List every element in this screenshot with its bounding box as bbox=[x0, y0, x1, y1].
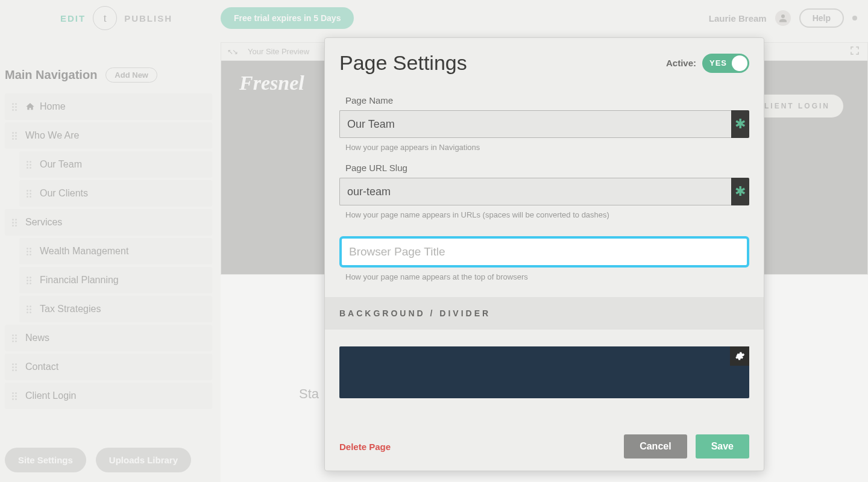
brand-logo: Fresnel bbox=[239, 72, 304, 95]
page-name-input[interactable] bbox=[339, 110, 731, 138]
drag-handle-icon[interactable] bbox=[27, 248, 34, 255]
add-new-button[interactable]: Add New bbox=[105, 67, 157, 83]
modal-title: Page Settings bbox=[339, 51, 467, 75]
logo-icon[interactable]: t bbox=[93, 6, 117, 30]
required-icon: ✱ bbox=[731, 110, 749, 138]
drag-handle-icon[interactable] bbox=[12, 363, 19, 371]
sidebar-item-label: Client Login bbox=[25, 390, 77, 401]
nav-list: HomeWho We AreOur TeamOur ClientsService… bbox=[5, 93, 212, 409]
preview-label: Your Site Preview bbox=[248, 47, 309, 56]
required-icon: ✱ bbox=[731, 178, 749, 205]
menu-icon[interactable] bbox=[852, 16, 857, 20]
sidebar-item-our-clients[interactable]: Our Clients bbox=[19, 180, 212, 207]
sidebar-item-tax-strategies[interactable]: Tax Strategies bbox=[19, 296, 212, 322]
page-name-help: How your page appears in Navigations bbox=[345, 143, 749, 152]
fullscreen-icon[interactable] bbox=[849, 45, 860, 58]
toggle-text: YES bbox=[709, 58, 727, 67]
drag-handle-icon[interactable] bbox=[12, 334, 19, 342]
drag-handle-icon[interactable] bbox=[12, 103, 19, 111]
sidebar-item-our-team[interactable]: Our Team bbox=[19, 151, 212, 178]
sidebar-item-label: Services bbox=[25, 217, 62, 228]
drag-handle-icon[interactable] bbox=[27, 305, 34, 313]
browser-title-input[interactable] bbox=[348, 245, 741, 259]
sidebar-item-label: Contact bbox=[25, 362, 58, 372]
background-settings-button[interactable] bbox=[730, 346, 749, 366]
drag-handle-icon[interactable] bbox=[27, 161, 34, 169]
active-label: Active: bbox=[666, 58, 696, 68]
sidebar-item-label: Wealth Management bbox=[40, 246, 128, 257]
trial-banner[interactable]: Free trial expires in 5 Days bbox=[221, 7, 354, 29]
drag-handle-icon[interactable] bbox=[12, 132, 19, 140]
sidebar-item-services[interactable]: Services bbox=[5, 209, 212, 236]
site-settings-button[interactable]: Site Settings bbox=[5, 448, 86, 472]
sidebar-item-label: Our Clients bbox=[40, 188, 88, 199]
background-section-header: BACKGROUND / DIVIDER bbox=[325, 297, 764, 330]
drag-handle-icon[interactable] bbox=[12, 392, 19, 400]
publish-link[interactable]: PUBLISH bbox=[124, 13, 172, 23]
sidebar-item-who-we-are[interactable]: Who We Are bbox=[5, 122, 212, 149]
sidebar-item-label: Financial Planning bbox=[40, 275, 119, 286]
logo-letter: t bbox=[104, 12, 107, 25]
page-name-label: Page Name bbox=[345, 95, 749, 105]
slug-label: Page URL Slug bbox=[345, 163, 749, 173]
toggle-knob bbox=[732, 55, 747, 71]
sidebar: Main Navigation Add New HomeWho We AreOu… bbox=[5, 67, 212, 412]
uploads-library-button[interactable]: Uploads Library bbox=[96, 448, 191, 472]
sidebar-item-contact[interactable]: Contact bbox=[5, 354, 212, 380]
gear-icon bbox=[734, 351, 745, 362]
help-button[interactable]: Help bbox=[799, 8, 844, 28]
save-button[interactable]: Save bbox=[696, 434, 749, 459]
drag-handle-icon[interactable] bbox=[12, 219, 19, 227]
sidebar-item-label: Tax Strategies bbox=[40, 304, 101, 315]
sidebar-item-label: Our Team bbox=[40, 159, 82, 170]
drag-handle-icon[interactable] bbox=[27, 190, 34, 198]
sidebar-item-wealth-management[interactable]: Wealth Management bbox=[19, 238, 212, 264]
browser-title-field[interactable] bbox=[339, 236, 749, 268]
preview-collapse-icon[interactable]: ↖↘ bbox=[227, 48, 237, 56]
cancel-button[interactable]: Cancel bbox=[624, 434, 687, 459]
slug-help: How your page name appears in URLs (spac… bbox=[345, 210, 749, 219]
slug-input[interactable] bbox=[339, 178, 731, 205]
active-toggle[interactable]: YES bbox=[702, 54, 749, 73]
sidebar-title: Main Navigation bbox=[5, 68, 97, 82]
user-name[interactable]: Laurie Bream bbox=[709, 13, 767, 23]
delete-page-link[interactable]: Delete Page bbox=[339, 442, 391, 452]
sidebar-item-home[interactable]: Home bbox=[5, 93, 212, 120]
avatar-icon[interactable] bbox=[775, 10, 791, 26]
sidebar-item-label: Home bbox=[40, 101, 66, 112]
preview-text-fragment: Sta bbox=[299, 386, 319, 402]
drag-handle-icon[interactable] bbox=[27, 277, 34, 284]
sidebar-item-label: News bbox=[25, 333, 49, 343]
sidebar-item-financial-planning[interactable]: Financial Planning bbox=[19, 267, 212, 293]
browser-title-help: How your page name appears at the top of… bbox=[345, 272, 749, 281]
sidebar-item-label: Who We Are bbox=[25, 130, 80, 141]
edit-link[interactable]: EDIT bbox=[60, 13, 86, 23]
home-icon bbox=[25, 102, 35, 111]
sidebar-item-news[interactable]: News bbox=[5, 325, 212, 351]
sidebar-item-client-login[interactable]: Client Login bbox=[5, 383, 212, 409]
background-preview[interactable] bbox=[339, 346, 749, 398]
top-bar: EDIT t PUBLISH Free trial expires in 5 D… bbox=[0, 0, 868, 36]
page-settings-modal: Page Settings Active: YES Page Name ✱ Ho… bbox=[324, 37, 764, 471]
